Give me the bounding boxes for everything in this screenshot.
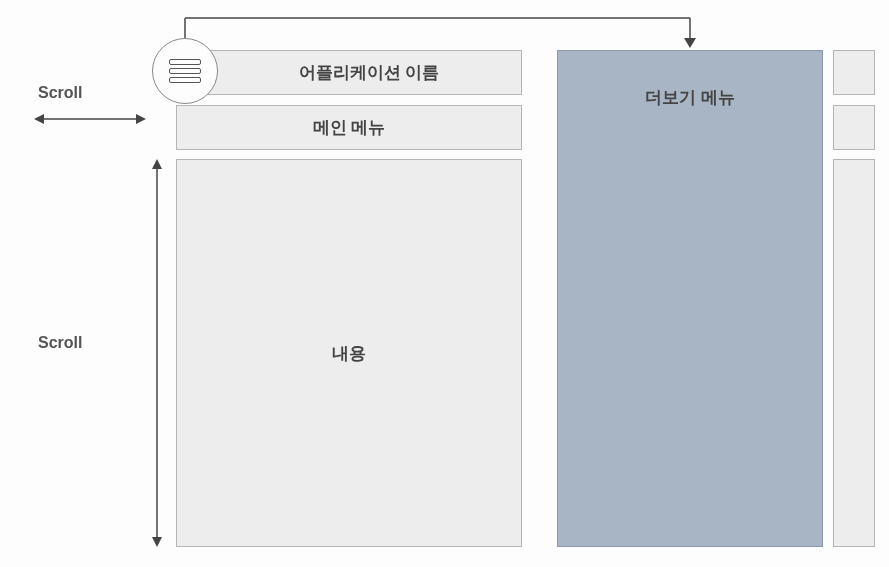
scroll-vertical-label: Scroll (38, 334, 82, 352)
double-arrow-vertical-icon (150, 159, 164, 547)
hamburger-menu-icon (169, 59, 201, 83)
svg-marker-3 (684, 38, 696, 48)
right-hidden-app-bar (833, 50, 875, 95)
right-hidden-menu-bar (833, 105, 875, 150)
svg-marker-5 (34, 114, 44, 124)
svg-marker-6 (136, 114, 146, 124)
right-hidden-content (833, 159, 875, 547)
svg-marker-9 (152, 537, 162, 547)
app-name-bar: 어플리케이션 이름 (176, 50, 522, 95)
double-arrow-horizontal-icon (34, 112, 146, 126)
scroll-horizontal-label: Scroll (38, 84, 82, 102)
content-label: 내용 (177, 160, 521, 546)
main-menu-label: 메인 메뉴 (177, 106, 521, 149)
content-area: 내용 (176, 159, 522, 547)
app-name-label: 어플리케이션 이름 (177, 51, 521, 94)
hamburger-menu-button[interactable] (152, 38, 218, 104)
main-menu-bar[interactable]: 메인 메뉴 (176, 105, 522, 150)
svg-marker-8 (152, 159, 162, 169)
more-menu-label: 더보기 메뉴 (558, 51, 822, 546)
more-menu-panel[interactable]: 더보기 메뉴 (557, 50, 823, 547)
